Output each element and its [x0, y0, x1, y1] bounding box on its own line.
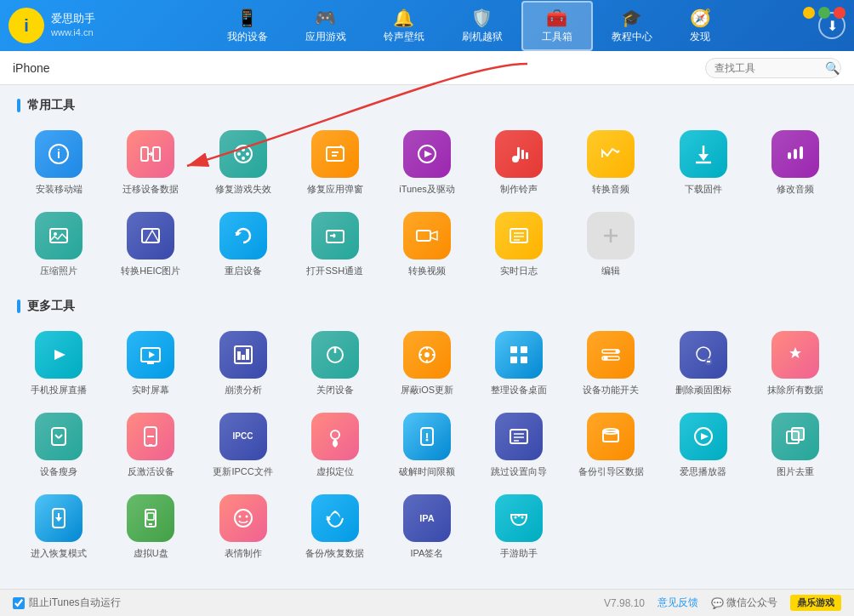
tool-realtime-screen[interactable]: 实时屏幕: [109, 327, 192, 400]
tool-close-device[interactable]: 关闭设备: [293, 327, 377, 400]
tool-migrate-data[interactable]: 迁移设备数据: [109, 126, 192, 199]
itunes-checkbox[interactable]: [13, 597, 25, 609]
tool-block-ios-update[interactable]: 屏蔽iOS更新: [385, 327, 469, 400]
search-box[interactable]: 🔍: [705, 58, 841, 78]
tool-itunes-driver[interactable]: iTunes及驱动: [385, 126, 469, 199]
tool-convert-audio[interactable]: 转换音频: [569, 126, 652, 199]
tool-photo-dedup[interactable]: 图片去重: [754, 408, 837, 482]
nav-tutorials[interactable]: 🎓 教程中心: [593, 3, 671, 49]
tool-wipe-all[interactable]: 抹除所有数据: [754, 327, 837, 400]
recovery-mode-label: 进入恢复模式: [31, 547, 87, 559]
svg-marker-24: [698, 154, 709, 161]
search-input[interactable]: [715, 62, 825, 74]
close-button[interactable]: [834, 7, 845, 19]
svg-rect-13: [327, 147, 344, 161]
tool-deactivate[interactable]: 反激活设备: [109, 408, 192, 482]
realtime-screen-icon: [127, 331, 174, 379]
svg-marker-38: [430, 231, 437, 240]
tool-open-ssh[interactable]: 打开SSH通道: [293, 208, 377, 281]
skip-setup-icon: [495, 413, 543, 460]
svg-point-98: [235, 510, 252, 527]
logo-area: i 爱思助手 www.i4.cn: [9, 8, 119, 43]
wechat-icon: 💬: [711, 597, 724, 609]
wechat-link[interactable]: 💬 微信公众号: [711, 596, 777, 610]
convert-video-icon: [403, 212, 451, 260]
tool-reboot[interactable]: 重启设备: [201, 208, 284, 281]
app-name: 爱思助手: [51, 11, 95, 26]
svg-rect-3: [141, 147, 148, 161]
nav-apps-games[interactable]: 🎮 应用游戏: [287, 3, 365, 49]
svg-rect-65: [521, 356, 527, 363]
tool-download-firmware[interactable]: 下载固件: [662, 126, 745, 199]
nav-toolbox[interactable]: 🧰 工具箱: [521, 1, 593, 51]
tool-fix-popup[interactable]: 修复应用弹窗: [293, 126, 377, 199]
dingla-button[interactable]: 鼎乐游戏: [790, 595, 841, 611]
svg-rect-28: [800, 146, 803, 159]
realtime-screen-label: 实时屏幕: [132, 384, 169, 396]
tool-fix-games[interactable]: 修复游戏失效: [201, 126, 284, 199]
deactivate-label: 反激活设备: [128, 465, 174, 477]
tool-emoji-maker[interactable]: 表情制作: [201, 490, 284, 563]
device-functions-icon: [587, 331, 635, 379]
svg-point-81: [425, 438, 428, 441]
convert-audio-icon: [587, 130, 635, 178]
tool-convert-video[interactable]: 转换视频: [385, 208, 469, 281]
aisi-player-icon: [680, 413, 727, 460]
tool-edit[interactable]: 编辑: [569, 208, 652, 281]
logo-icon: i: [9, 8, 44, 43]
svg-text:i: i: [57, 147, 60, 161]
svg-rect-64: [510, 356, 517, 363]
svg-line-74: [59, 435, 62, 438]
tool-update-ipcc[interactable]: IPCC 更新IPCC文件: [201, 408, 284, 482]
tool-break-time-limit[interactable]: 破解时间限额: [385, 408, 469, 482]
tool-make-ringtone[interactable]: 制作铃声: [477, 126, 561, 199]
svg-rect-62: [510, 346, 517, 353]
nav-ringtones[interactable]: 🔔 铃声壁纸: [365, 3, 443, 49]
svg-rect-97: [147, 513, 154, 520]
nav-my-device[interactable]: 📱 我的设备: [208, 3, 287, 49]
svg-point-10: [242, 148, 245, 151]
block-ios-update-label: 屏蔽iOS更新: [401, 384, 453, 396]
tool-screen-cast[interactable]: 手机投屏直播: [17, 327, 100, 400]
break-time-limit-label: 破解时间限额: [399, 465, 455, 477]
tool-convert-heic[interactable]: 转换HEIC图片: [109, 208, 192, 281]
svg-rect-37: [417, 231, 430, 241]
tool-modify-audio[interactable]: 修改音频: [754, 126, 837, 199]
fix-popup-label: 修复应用弹窗: [307, 183, 363, 195]
svg-point-57: [424, 352, 430, 357]
tool-install-mobile[interactable]: i 安装移动端: [17, 126, 100, 199]
tool-game-assistant[interactable]: 手游助手: [477, 490, 561, 563]
tool-backup-restore[interactable]: 备份/恢复数据: [293, 490, 377, 563]
toolbox-label: 工具箱: [542, 30, 572, 44]
tool-device-functions[interactable]: 设备功能开关: [569, 327, 652, 400]
crash-analysis-label: 崩溃分析: [225, 384, 262, 396]
tutorials-icon: 🎓: [621, 8, 642, 28]
tool-remove-icons[interactable]: 删除顽固图标: [662, 327, 745, 400]
tool-virtual-udisk[interactable]: 虚拟U盘: [109, 490, 192, 563]
tool-virtual-location[interactable]: 虚拟定位: [293, 408, 377, 482]
tool-ipa-sign[interactable]: IPA IPA签名: [385, 490, 469, 563]
svg-point-12: [242, 157, 245, 160]
nav-jailbreak[interactable]: 🛡️ 刷机越狱: [443, 3, 521, 49]
download-firmware-label: 下载固件: [685, 183, 722, 195]
virtual-location-label: 虚拟定位: [316, 465, 354, 477]
tool-compress-photo[interactable]: 压缩照片: [17, 208, 100, 281]
tool-skip-setup[interactable]: 跳过设置向导: [477, 408, 561, 482]
tool-crash-analysis[interactable]: 崩溃分析: [201, 327, 284, 400]
tool-aisi-player[interactable]: 爱思播放器: [662, 408, 745, 482]
minimize-button[interactable]: [803, 7, 815, 19]
nav-discover[interactable]: 🧭 发现: [671, 3, 730, 49]
tool-realtime-log[interactable]: 实时日志: [477, 208, 561, 281]
feedback-link[interactable]: 意见反馈: [658, 596, 698, 610]
tool-organize-desktop[interactable]: 整理设备桌面: [477, 327, 561, 400]
svg-point-30: [54, 232, 57, 236]
version-text: V7.98.10: [604, 597, 645, 609]
tool-recovery-mode[interactable]: 进入恢复模式: [17, 490, 100, 563]
tool-slim-device[interactable]: 设备瘦身: [17, 408, 100, 482]
migrate-data-icon: [127, 130, 174, 178]
maximize-button[interactable]: [818, 7, 830, 19]
tool-backup-partition[interactable]: 备份引导区数据: [569, 408, 652, 482]
compress-photo-icon: [35, 212, 83, 260]
itunes-label: 阻止iTunes自动运行: [29, 596, 121, 610]
itunes-driver-icon: [403, 130, 451, 178]
